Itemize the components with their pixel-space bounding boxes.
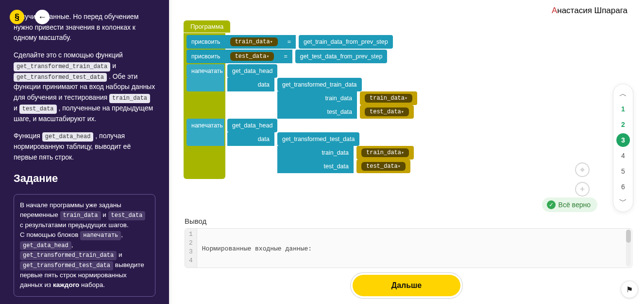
step-1[interactable]: 1 bbox=[616, 102, 630, 116]
param-data: data bbox=[227, 132, 274, 146]
code-chip: test_data bbox=[108, 211, 146, 220]
equals: = bbox=[279, 50, 292, 63]
block-print-2-data[interactable]: data get_transformed_test_data bbox=[186, 132, 359, 146]
param-train: train_data bbox=[277, 146, 354, 160]
code-line: Нормированные входные данные: bbox=[202, 245, 331, 254]
bold-each: каждого bbox=[53, 281, 79, 288]
step-down-button[interactable]: ﹀ bbox=[619, 196, 627, 208]
spacer bbox=[186, 146, 224, 160]
output-area: Вывод 1 2 3 4 Нормированные входные данн… bbox=[169, 212, 644, 268]
code-lines: Нормированные входные данные: pdays prev… bbox=[197, 229, 336, 268]
text: и bbox=[119, 251, 122, 258]
step-4[interactable]: 4 bbox=[616, 149, 630, 162]
text: , bbox=[71, 241, 73, 249]
code-chip-gt-train: get_transformed_train_data bbox=[14, 62, 110, 72]
scroll-thumb[interactable] bbox=[626, 230, 631, 243]
sidebar: § ← получили данные. Но перед обучением … bbox=[0, 0, 169, 304]
assign-keyword: присвоить bbox=[186, 50, 225, 63]
spacer bbox=[186, 132, 224, 146]
var-slot[interactable]: test_data bbox=[356, 160, 410, 173]
var-slot[interactable]: test_data bbox=[225, 50, 279, 63]
text: с результатами предыдущих шагов. bbox=[20, 221, 129, 229]
text: Функция bbox=[14, 132, 42, 140]
app-root: § ← получили данные. Но перед обучением … bbox=[0, 0, 644, 304]
param-data: data bbox=[227, 78, 274, 91]
var-slot[interactable]: test_data bbox=[360, 105, 414, 119]
output-title: Вывод bbox=[185, 217, 632, 225]
block-print-1-data[interactable]: data get_transformed_train_data bbox=[186, 78, 362, 91]
step-5[interactable]: 5 bbox=[616, 164, 630, 178]
param-train: train_data bbox=[277, 91, 357, 105]
next-button[interactable]: Дальше bbox=[353, 275, 461, 296]
var-slot[interactable]: train_data bbox=[356, 146, 414, 160]
spacer bbox=[186, 91, 224, 105]
paragraph-head: Функция get_data_head , получая нормиров… bbox=[14, 131, 155, 162]
step-nav: ︿ 1 2 3 4 5 6 ﹀ bbox=[613, 84, 633, 212]
spacer bbox=[186, 160, 224, 173]
code-chip-gt-test: get_transformed_test_data bbox=[14, 73, 107, 82]
func-gt-test[interactable]: get_transformed_test_data bbox=[277, 132, 359, 146]
block-print-2-test[interactable]: test_data test_data bbox=[186, 160, 410, 173]
var-slot[interactable]: train_data bbox=[360, 91, 417, 105]
report-flag-button[interactable]: ⚑ bbox=[621, 281, 638, 298]
user-first-letter: А bbox=[552, 6, 557, 16]
spacer bbox=[186, 105, 224, 119]
var-chip[interactable]: test_data bbox=[365, 107, 409, 116]
back-button[interactable]: ← bbox=[35, 10, 50, 24]
code-output: 1 2 3 4 Нормированные входные данные: pd… bbox=[185, 228, 632, 268]
text: С помощью блоков bbox=[20, 231, 80, 238]
var-chip[interactable]: train_data bbox=[230, 37, 278, 46]
func-call[interactable]: get_test_data_from_prev_step bbox=[295, 50, 388, 63]
paragraph-functions: Сделайте это с помощью функций get_trans… bbox=[14, 50, 155, 124]
step-6[interactable]: 6 bbox=[616, 180, 630, 194]
var-chip[interactable]: train_data bbox=[365, 94, 412, 103]
block-workspace[interactable]: Программа присвоить train_data = get_tra… bbox=[169, 18, 644, 212]
block-print-2[interactable]: напечатать get_data_head bbox=[186, 119, 277, 132]
line-no: 3 bbox=[189, 248, 193, 257]
text: , bbox=[121, 231, 123, 238]
text: и bbox=[14, 104, 19, 112]
block-print-2-train[interactable]: train_data train_data bbox=[186, 146, 414, 160]
code-chip: get_transformed_test_data bbox=[20, 261, 113, 270]
block-assign-train[interactable]: присвоить train_data = get_train_data_fr… bbox=[186, 35, 393, 49]
spacer bbox=[227, 105, 274, 119]
code-chip-head: get_data_head bbox=[42, 132, 94, 142]
main: Анастасия Шпарага Программа присвоить tr… bbox=[169, 0, 644, 304]
block-print-1-test[interactable]: test_data test_data bbox=[186, 105, 414, 119]
spacer bbox=[227, 146, 274, 160]
print-keyword: напечатать bbox=[186, 64, 224, 78]
var-slot[interactable]: train_data bbox=[225, 35, 283, 49]
func-call[interactable]: get_train_data_from_prev_step bbox=[299, 35, 393, 49]
text: Сделайте это с помощью функций bbox=[14, 51, 123, 59]
plus-icon: + bbox=[580, 184, 585, 195]
code-chip: get_data_head bbox=[20, 241, 71, 250]
text: и bbox=[102, 211, 108, 218]
flag-icon: ⚑ bbox=[626, 285, 633, 294]
func-head[interactable]: get_data_head bbox=[227, 119, 277, 132]
program-header[interactable]: Программа bbox=[184, 20, 230, 33]
step-3[interactable]: 3 bbox=[616, 133, 630, 147]
var-chip[interactable]: test_data bbox=[361, 162, 406, 171]
check-icon: ✓ bbox=[547, 200, 556, 209]
block-print-1-train[interactable]: train_data train_data bbox=[186, 91, 417, 105]
func-head[interactable]: get_data_head bbox=[227, 64, 277, 78]
code-chip: train_data bbox=[60, 211, 101, 220]
zoom-in-button[interactable]: + bbox=[575, 182, 590, 197]
line-no: 1 bbox=[189, 231, 193, 239]
user-name[interactable]: Анастасия Шпарага bbox=[169, 0, 644, 18]
func-gt-train[interactable]: get_transformed_train_data bbox=[277, 78, 362, 91]
var-chip[interactable]: test_data bbox=[230, 52, 274, 61]
var-chip[interactable]: train_data bbox=[361, 148, 409, 157]
center-canvas-button[interactable]: ⌖ bbox=[575, 162, 590, 177]
param-test: test_data bbox=[277, 105, 357, 119]
step-up-button[interactable]: ︿ bbox=[619, 88, 627, 100]
output-vscroll[interactable] bbox=[626, 230, 631, 267]
line-no: 2 bbox=[189, 239, 193, 248]
block-print-1[interactable]: напечатать get_data_head bbox=[186, 64, 277, 78]
code-chip: напечатать bbox=[80, 231, 121, 240]
assign-keyword: присвоить bbox=[186, 35, 225, 49]
target-icon: ⌖ bbox=[580, 165, 585, 175]
block-assign-test[interactable]: присвоить test_data = get_test_data_from… bbox=[186, 50, 387, 63]
text: и bbox=[112, 62, 116, 70]
step-2[interactable]: 2 bbox=[616, 118, 630, 131]
